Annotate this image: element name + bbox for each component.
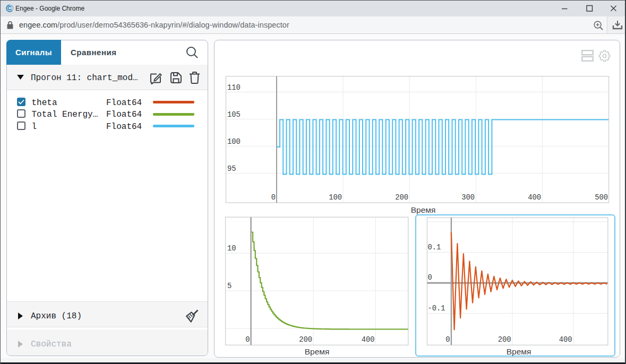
svg-text:200: 200 — [498, 336, 511, 344]
svg-text:100: 100 — [329, 194, 342, 202]
svg-text:-0.1: -0.1 — [428, 305, 445, 313]
svg-text:0: 0 — [271, 194, 276, 202]
svg-text:Время: Время — [411, 205, 436, 214]
svg-text:5: 5 — [227, 282, 231, 290]
svg-text:95: 95 — [227, 165, 236, 173]
svg-text:110: 110 — [227, 84, 241, 92]
svg-text:500: 500 — [595, 194, 608, 202]
svg-text:300: 300 — [461, 194, 475, 202]
svg-text:105: 105 — [227, 111, 241, 119]
svg-text:400: 400 — [362, 336, 375, 344]
svg-text:10: 10 — [227, 245, 236, 253]
svg-text:Время: Время — [305, 347, 330, 356]
svg-text:0.1: 0.1 — [428, 244, 441, 252]
svg-text:200: 200 — [299, 336, 312, 344]
svg-text:400: 400 — [528, 194, 541, 202]
svg-text:0: 0 — [245, 336, 250, 344]
svg-text:200: 200 — [395, 194, 408, 202]
svg-text:400: 400 — [559, 336, 572, 344]
svg-text:0: 0 — [445, 336, 450, 344]
svg-text:Время: Время — [507, 347, 531, 356]
svg-text:100: 100 — [227, 138, 241, 146]
svg-text:0: 0 — [428, 274, 432, 282]
